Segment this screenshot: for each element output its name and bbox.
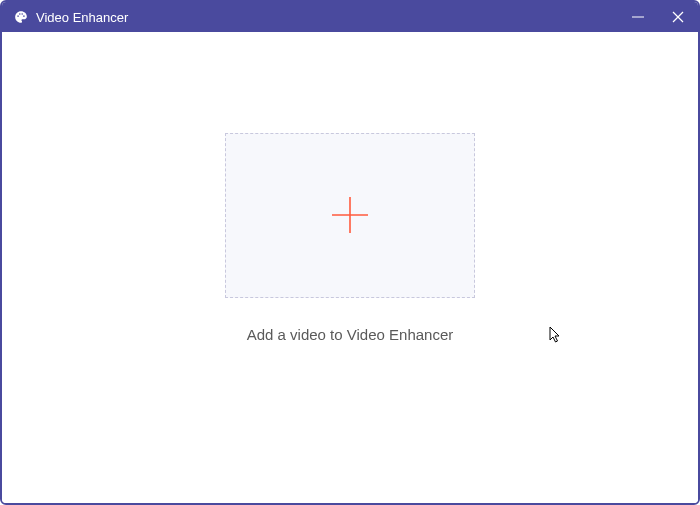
instruction-text: Add a video to Video Enhancer (247, 326, 454, 343)
svg-point-1 (19, 13, 21, 15)
title-controls (630, 9, 686, 25)
plus-icon (328, 193, 372, 237)
minimize-button[interactable] (630, 9, 646, 25)
add-video-dropzone[interactable] (225, 133, 475, 298)
svg-point-2 (21, 13, 23, 15)
palette-icon (14, 10, 28, 24)
app-window: Video Enhancer (0, 0, 700, 505)
close-button[interactable] (670, 9, 686, 25)
title-left: Video Enhancer (14, 10, 128, 25)
title-bar: Video Enhancer (2, 2, 698, 32)
content-area: Add a video to Video Enhancer (2, 32, 698, 503)
app-title: Video Enhancer (36, 10, 128, 25)
svg-point-0 (17, 15, 19, 17)
svg-point-3 (23, 15, 25, 17)
